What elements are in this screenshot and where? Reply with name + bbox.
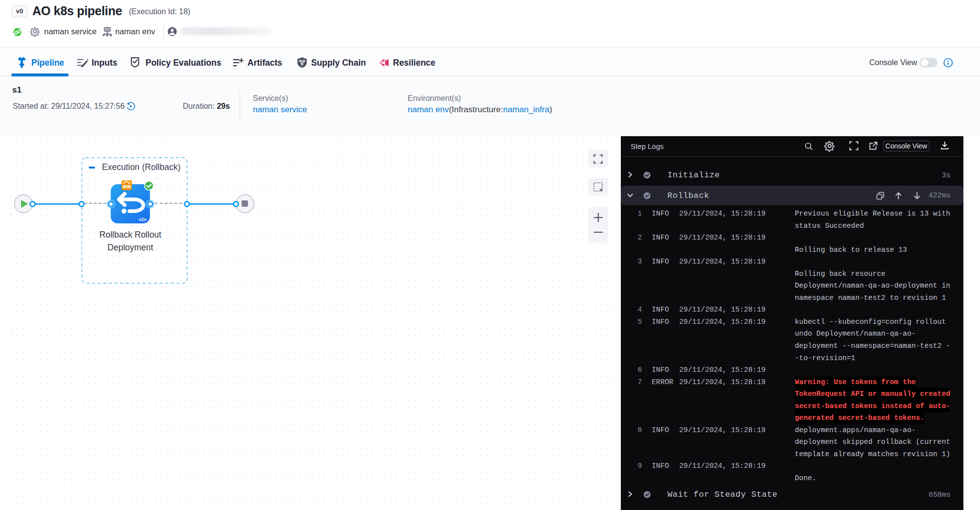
svg-text:</>: </>: [139, 217, 147, 222]
